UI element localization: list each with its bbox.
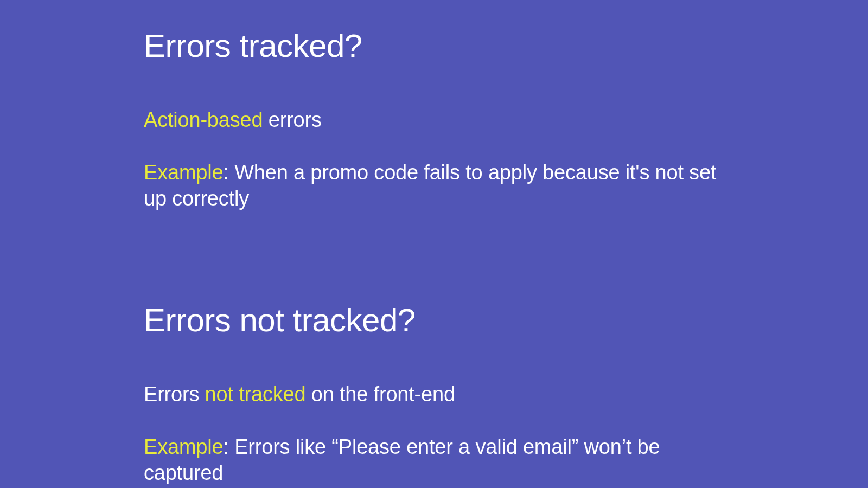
highlight-example-2: Example: [144, 435, 223, 458]
tracked-line-2: Example: When a promo code fails to appl…: [144, 159, 724, 212]
tracked-line-1: Action-based errors: [144, 107, 724, 133]
not-tracked-line-1-prefix: Errors: [144, 383, 205, 406]
not-tracked-line-1-suffix: on the front-end: [305, 383, 455, 406]
tracked-line-1-rest: errors: [263, 108, 321, 131]
slide-content: Errors tracked? Action-based errors Exam…: [0, 0, 868, 488]
not-tracked-line-1: Errors not tracked on the front-end: [144, 381, 724, 408]
highlight-action-based: Action-based: [144, 108, 263, 131]
section-not-tracked: Errors not tracked? Errors not tracked o…: [144, 301, 724, 486]
highlight-example-1: Example: [144, 161, 223, 184]
section-tracked: Errors tracked? Action-based errors Exam…: [144, 27, 724, 212]
heading-tracked: Errors tracked?: [144, 27, 724, 65]
heading-not-tracked: Errors not tracked?: [144, 301, 724, 339]
highlight-not-tracked: not tracked: [205, 383, 306, 406]
not-tracked-line-2: Example: Errors like “Please enter a val…: [144, 434, 724, 486]
tracked-line-2-rest: : When a promo code fails to apply becau…: [144, 161, 716, 210]
